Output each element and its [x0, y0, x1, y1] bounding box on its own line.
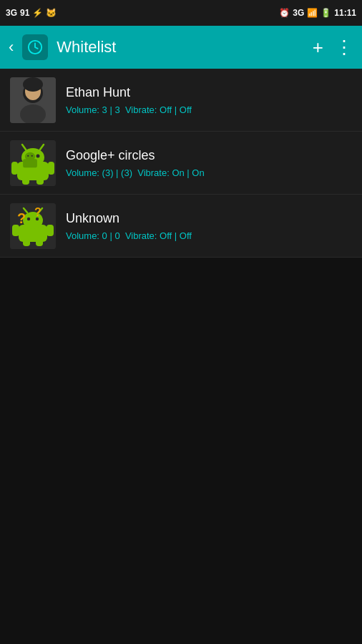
list-item[interactable]: ? ? Unknown Volume: 0 | 0 Vibrate: Off |…: [0, 195, 362, 258]
more-options-button[interactable]: ⋮: [335, 38, 353, 57]
svg-text:?: ?: [17, 210, 26, 226]
cat-icon: 🐱: [46, 8, 57, 18]
svg-point-4: [23, 77, 43, 92]
svg-rect-16: [36, 177, 44, 185]
volume-detail: Volume: 0 | 0 Vibrate: Off | Off: [66, 230, 192, 241]
status-bar-left: 3G 91 ⚡ 🐱: [6, 8, 57, 18]
avatar: [10, 77, 56, 123]
app-bar: ‹ Whitelist + ⋮: [0, 26, 362, 69]
mobile-network-icon: 3G: [6, 8, 17, 18]
add-button[interactable]: +: [313, 38, 323, 57]
volume-detail: Volume: (3) | (3) Vibrate: On | On: [66, 167, 205, 178]
clock-icon: [27, 39, 43, 55]
svg-point-10: [36, 154, 40, 157]
alarm-icon: ⏰: [279, 8, 290, 18]
svg-point-19: [27, 155, 29, 156]
avatar: [10, 140, 56, 186]
svg-rect-15: [22, 177, 29, 185]
usb-icon: ⚡: [32, 8, 43, 18]
battery-percent: 91: [20, 8, 29, 18]
back-button[interactable]: ‹: [9, 38, 14, 57]
svg-rect-13: [11, 162, 18, 175]
battery-icon: 🔋: [321, 8, 331, 18]
whitelist: Ethan Hunt Volume: 3 | 3 Vibrate: Off | …: [0, 69, 362, 258]
signal-icon: 📶: [307, 8, 318, 18]
person-avatar-svg: [10, 77, 56, 123]
list-item-info: Ethan Hunt Volume: 3 | 3 Vibrate: Off | …: [66, 85, 192, 115]
android-avatar-svg: [10, 140, 56, 186]
svg-rect-30: [23, 239, 30, 246]
app-icon: [22, 34, 48, 60]
svg-rect-29: [47, 225, 54, 236]
unknown-avatar-svg: ? ?: [10, 203, 56, 249]
svg-rect-28: [12, 225, 19, 236]
app-bar-actions: + ⋮: [313, 38, 353, 57]
svg-point-18: [25, 152, 35, 160]
svg-rect-14: [48, 162, 54, 175]
contact-name: Unknown: [66, 211, 192, 226]
svg-text:?: ?: [34, 206, 41, 218]
svg-point-24: [27, 217, 30, 220]
page-title: Whitelist: [57, 38, 303, 57]
avatar: ? ?: [10, 203, 56, 249]
status-bar-right: ⏰ 3G 📶 🔋 11:11: [279, 8, 356, 18]
contact-name: Ethan Hunt: [66, 85, 192, 100]
volume-detail: Volume: 3 | 3 Vibrate: Off | Off: [66, 104, 192, 115]
status-bar: 3G 91 ⚡ 🐱 ⏰ 3G 📶 🔋 11:11: [0, 0, 362, 26]
time-display: 11:11: [334, 8, 356, 18]
list-item-info: Google+ circles Volume: (3) | (3) Vibrat…: [66, 148, 205, 178]
svg-rect-31: [36, 239, 43, 246]
list-item-info: Unknown Volume: 0 | 0 Vibrate: Off | Off: [66, 211, 192, 241]
list-item[interactable]: Google+ circles Volume: (3) | (3) Vibrat…: [0, 132, 362, 195]
list-item[interactable]: Ethan Hunt Volume: 3 | 3 Vibrate: Off | …: [0, 69, 362, 132]
svg-point-20: [31, 155, 33, 156]
contact-name: Google+ circles: [66, 148, 205, 163]
network-3g-icon: 3G: [293, 8, 304, 18]
